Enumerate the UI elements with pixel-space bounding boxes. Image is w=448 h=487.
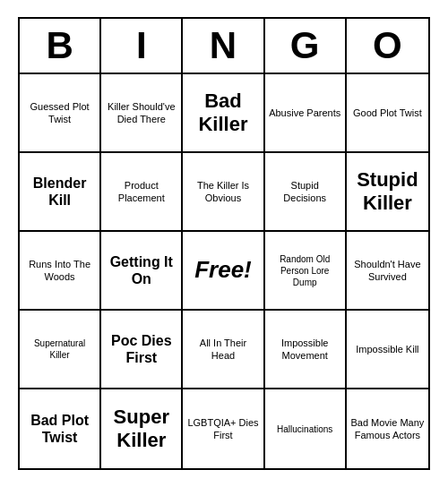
bingo-cell-0: Guessed Plot Twist — [20, 74, 101, 153]
bingo-header: BINGO — [20, 19, 428, 74]
bingo-cell-9: Stupid Killer — [347, 153, 428, 232]
bingo-cell-5: Blender Kill — [20, 153, 101, 232]
bingo-cell-20: Bad Plot Twist — [20, 389, 101, 468]
bingo-card: BINGO Guessed Plot TwistKiller Should've… — [18, 17, 430, 470]
bingo-cell-10: Runs Into The Woods — [20, 232, 101, 311]
bingo-cell-17: All In Their Head — [183, 311, 264, 389]
bingo-cell-13: Random Old Person Lore Dump — [265, 232, 347, 311]
bingo-cell-12: Free! — [183, 232, 264, 311]
bingo-cell-21: Super Killer — [101, 389, 183, 468]
bingo-cell-19: Impossible Kill — [347, 311, 428, 389]
bingo-cell-4: Good Plot Twist — [347, 74, 428, 153]
bingo-letter-o: O — [347, 19, 428, 73]
bingo-letter-g: G — [265, 19, 347, 73]
bingo-cell-15: Supernatural Killer — [20, 311, 101, 389]
bingo-cell-6: Product Placement — [101, 153, 183, 232]
bingo-letter-b: B — [20, 19, 101, 73]
bingo-letter-n: N — [183, 19, 264, 73]
bingo-cell-18: Impossible Movement — [265, 311, 347, 389]
bingo-cell-8: Stupid Decisions — [265, 153, 347, 232]
bingo-cell-22: LGBTQIA+ Dies First — [183, 389, 264, 468]
bingo-cell-16: Poc Dies First — [101, 311, 183, 389]
bingo-cell-23: Hallucinations — [265, 389, 347, 468]
bingo-cell-3: Abusive Parents — [265, 74, 347, 153]
bingo-cell-7: The Killer Is Obvious — [183, 153, 264, 232]
bingo-cell-11: Getting It On — [101, 232, 183, 311]
bingo-letter-i: I — [101, 19, 183, 73]
bingo-cell-2: Bad Killer — [183, 74, 264, 153]
bingo-cell-24: Bad Movie Many Famous Actors — [347, 389, 428, 468]
bingo-cell-1: Killer Should've Died There — [101, 74, 183, 153]
bingo-grid: Guessed Plot TwistKiller Should've Died … — [20, 74, 428, 468]
bingo-cell-14: Shouldn't Have Survived — [347, 232, 428, 311]
